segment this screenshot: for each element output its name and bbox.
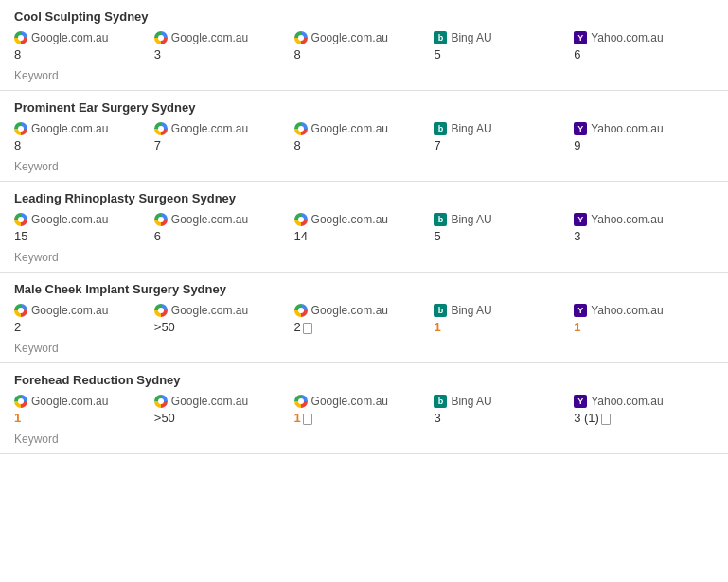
rank-value: 5 [434, 229, 574, 243]
rank-value: 6 [574, 47, 714, 62]
rank-value: >50 [154, 320, 294, 334]
google-icon [154, 304, 168, 317]
keyword-row: Keyword [0, 245, 728, 273]
rank-value: 1 [574, 320, 714, 334]
section-title: Cool Sculpting Sydney [14, 9, 714, 24]
engine-name: Google.com.au [171, 122, 248, 135]
engine-name: Google.com.au [311, 31, 388, 44]
google-icon [294, 395, 308, 408]
engine-label: Google.com.au [14, 31, 154, 44]
engine-label: bBing AU [434, 31, 574, 44]
engine-label: Google.com.au [294, 213, 435, 226]
engine-name: Google.com.au [311, 213, 388, 226]
rank-value: 1 [14, 411, 154, 425]
engine-name: Bing AU [451, 122, 491, 135]
yahoo-icon: Y [574, 122, 587, 135]
google-icon [154, 395, 168, 408]
rank-value: 3 [154, 47, 294, 62]
rank-value: 8 [14, 47, 154, 62]
engine-label: YYahoo.com.au [574, 395, 714, 408]
engine-col-1: Google.com.au>50 [154, 304, 294, 336]
engine-label: YYahoo.com.au [574, 31, 714, 44]
google-icon [154, 122, 168, 135]
engine-label: Google.com.au [294, 304, 435, 317]
engine-name: Bing AU [451, 31, 491, 44]
engine-col-2: Google.com.au8 [294, 31, 435, 63]
yahoo-icon: Y [574, 31, 587, 44]
rank-value: 8 [294, 138, 435, 152]
section-leading-rhinoplasty: Leading Rhinoplasty Surgeon SydneyGoogle… [0, 182, 728, 245]
bing-icon: b [434, 304, 447, 317]
engines-row: Google.com.au2Google.com.au>50Google.com… [14, 304, 714, 336]
engine-col-1: Google.com.au3 [154, 31, 294, 63]
engines-row: Google.com.au8Google.com.au3Google.com.a… [14, 31, 714, 63]
engines-row: Google.com.au15Google.com.au6Google.com.… [14, 213, 714, 245]
engine-name: Google.com.au [31, 122, 108, 135]
section-title: Prominent Ear Surgery Sydney [14, 100, 714, 115]
google-icon [294, 31, 308, 44]
engine-col-2: Google.com.au2 [294, 304, 435, 336]
engine-col-4: YYahoo.com.au9 [574, 122, 714, 154]
bing-icon: b [434, 395, 447, 408]
page-icon [303, 323, 312, 334]
rank-value: 1 [434, 320, 574, 334]
section-title: Leading Rhinoplasty Surgeon Sydney [14, 191, 714, 205]
bing-icon: b [434, 122, 447, 135]
rank-value: 6 [154, 229, 294, 243]
keyword-row: Keyword [0, 336, 728, 363]
engine-name: Google.com.au [311, 122, 388, 135]
google-icon [14, 31, 27, 44]
rank-value: 15 [14, 229, 154, 243]
section-cool-sculpting: Cool Sculpting SydneyGoogle.com.au8Googl… [0, 0, 728, 63]
engine-name: Google.com.au [311, 304, 388, 317]
google-icon [294, 122, 308, 135]
engine-name: Google.com.au [31, 31, 108, 44]
rank-value: 14 [294, 229, 435, 243]
engine-name: Google.com.au [31, 395, 108, 408]
engine-col-0: Google.com.au8 [14, 122, 154, 154]
rank-value: 8 [294, 47, 435, 62]
rank-value: 3 [574, 229, 714, 243]
rank-value: 7 [154, 138, 294, 152]
engine-label: Google.com.au [14, 122, 154, 135]
rank-value: >50 [154, 411, 294, 425]
engine-name: Yahoo.com.au [591, 213, 664, 226]
rank-value: 3 [434, 411, 574, 425]
engine-label: Google.com.au [154, 122, 294, 135]
engine-label: bBing AU [434, 304, 574, 317]
rank-value: 9 [574, 138, 714, 152]
google-icon [154, 213, 168, 226]
engine-label: YYahoo.com.au [574, 122, 714, 135]
engine-col-3: bBing AU5 [434, 213, 574, 245]
rank-value: 2 [14, 320, 154, 334]
section-forehead-reduction: Forehead Reduction SydneyGoogle.com.au1G… [0, 363, 728, 427]
google-icon [294, 304, 308, 317]
engine-name: Google.com.au [31, 304, 108, 317]
engine-name: Bing AU [451, 395, 491, 408]
engine-col-1: Google.com.au>50 [154, 395, 294, 427]
engine-name: Google.com.au [171, 213, 248, 226]
engine-col-4: YYahoo.com.au3 [574, 213, 714, 245]
engine-col-3: bBing AU7 [434, 122, 574, 154]
engine-col-2: Google.com.au8 [294, 122, 435, 154]
section-prominent-ear: Prominent Ear Surgery SydneyGoogle.com.a… [0, 91, 728, 154]
engine-name: Yahoo.com.au [591, 395, 664, 408]
engine-label: YYahoo.com.au [574, 213, 714, 226]
engine-name: Yahoo.com.au [591, 122, 664, 135]
engine-name: Google.com.au [31, 213, 108, 226]
engine-col-3: bBing AU5 [434, 31, 574, 63]
engine-col-1: Google.com.au6 [154, 213, 294, 245]
section-title: Male Cheek Implant Surgery Sydney [14, 282, 714, 296]
engine-col-0: Google.com.au2 [14, 304, 154, 336]
engine-col-0: Google.com.au15 [14, 213, 154, 245]
yahoo-icon: Y [574, 213, 587, 226]
engine-col-3: bBing AU1 [434, 304, 574, 336]
page-icon [601, 414, 611, 425]
engines-row: Google.com.au8Google.com.au7Google.com.a… [14, 122, 714, 154]
google-icon [294, 213, 308, 226]
engine-label: Google.com.au [154, 304, 294, 317]
engine-col-3: bBing AU3 [434, 395, 574, 427]
google-icon [14, 395, 27, 408]
engine-name: Yahoo.com.au [591, 31, 664, 44]
engine-label: bBing AU [434, 122, 574, 135]
